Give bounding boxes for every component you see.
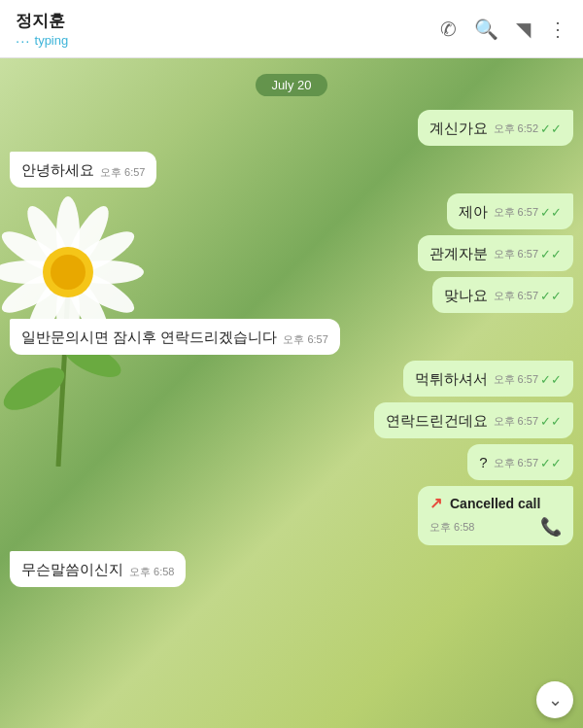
msg-text-6: 일반문의시면 잠시후 연락드리겠습니다	[21, 327, 277, 347]
msg-text-8: 연락드린건데요	[386, 410, 488, 431]
msg-meta-3: 오후 6:57 ✓✓	[494, 204, 562, 222]
message-6: 일반문의시면 잠시후 연락드리겠습니다 오후 6:57	[10, 319, 340, 355]
call-top: ↗ Cancelled call	[429, 494, 562, 512]
msg-meta-7: 오후 6:57 ✓✓	[494, 371, 562, 389]
checkmarks-7: ✓✓	[540, 371, 562, 389]
msg-meta-11: 오후 6:58	[129, 565, 174, 579]
call-label: Cancelled call	[450, 496, 540, 511]
header-left: 정지훈 ··· typing	[16, 10, 68, 49]
message-9: ? 오후 6:57 ✓✓	[467, 444, 573, 480]
window-icon[interactable]: ◥	[516, 17, 531, 41]
messages-container: July 20 계신가요 오후 6:52 ✓✓ 안녕하세요 오후 6:57 제아…	[0, 58, 583, 728]
header-icons: ✆ 🔍 ◥ ⋮	[440, 17, 567, 41]
call-arrow-icon: ↗	[429, 494, 442, 512]
header-status: ··· typing	[16, 32, 68, 49]
date-separator: July 20	[256, 74, 326, 96]
message-7: 먹튀하셔서 오후 6:57 ✓✓	[403, 361, 573, 397]
msg-meta-1: 오후 6:52 ✓✓	[494, 121, 562, 138]
msg-meta-9: 오후 6:57 ✓✓	[494, 455, 562, 472]
msg-text-7: 먹튀하셔서	[415, 368, 488, 389]
more-icon[interactable]: ⋮	[548, 17, 567, 41]
checkmarks-3: ✓✓	[540, 204, 562, 222]
msg-text-1: 계신가요	[429, 118, 488, 138]
message-call: ↗ Cancelled call 오후 6:58 📞	[418, 486, 573, 545]
msg-text-2: 안녕하세요	[21, 159, 94, 180]
chat-area: July 20 계신가요 오후 6:52 ✓✓ 안녕하세요 오후 6:57 제아…	[0, 58, 583, 728]
msg-text-9: ?	[479, 452, 487, 472]
message-1: 계신가요 오후 6:52 ✓✓	[418, 110, 573, 146]
msg-meta-5: 오후 6:57 ✓✓	[494, 288, 562, 305]
call-bottom: 오후 6:58 📞	[429, 516, 562, 537]
call-meta: 오후 6:58	[429, 520, 474, 535]
checkmarks-8: ✓✓	[540, 413, 562, 431]
scroll-down-button[interactable]: ⌄	[536, 681, 573, 718]
msg-text-5: 맞나요	[444, 285, 488, 305]
chat-header: 정지훈 ··· typing ✆ 🔍 ◥ ⋮	[0, 0, 583, 58]
msg-meta-2: 오후 6:57	[100, 165, 145, 180]
checkmarks-1: ✓✓	[540, 121, 562, 138]
search-icon[interactable]: 🔍	[474, 17, 498, 41]
msg-meta-6: 오후 6:57	[283, 332, 327, 347]
msg-text-4: 관계자분	[429, 243, 488, 263]
msg-meta-4: 오후 6:57 ✓✓	[494, 246, 562, 263]
msg-meta-8: 오후 6:57 ✓✓	[494, 413, 562, 431]
typing-dots: ···	[16, 32, 31, 49]
message-11: 무슨말씀이신지 오후 6:58	[10, 551, 186, 587]
checkmarks-5: ✓✓	[540, 288, 562, 305]
checkmarks-9: ✓✓	[540, 455, 562, 472]
message-2: 안녕하세요 오후 6:57	[10, 152, 156, 188]
contact-name: 정지훈	[16, 10, 68, 32]
message-8: 연락드린건데요 오후 6:57 ✓✓	[374, 402, 573, 438]
message-3: 제아 오후 6:57 ✓✓	[447, 193, 573, 229]
msg-text-11: 무슨말씀이신지	[21, 559, 123, 579]
typing-label: typing	[35, 33, 69, 48]
call-phone-icon: 📞	[540, 516, 562, 537]
checkmarks-4: ✓✓	[540, 246, 562, 263]
message-4: 관계자분 오후 6:57 ✓✓	[418, 235, 573, 271]
phone-icon[interactable]: ✆	[440, 17, 457, 41]
message-5: 맞나요 오후 6:57 ✓✓	[432, 277, 573, 313]
msg-text-3: 제아	[459, 201, 488, 222]
